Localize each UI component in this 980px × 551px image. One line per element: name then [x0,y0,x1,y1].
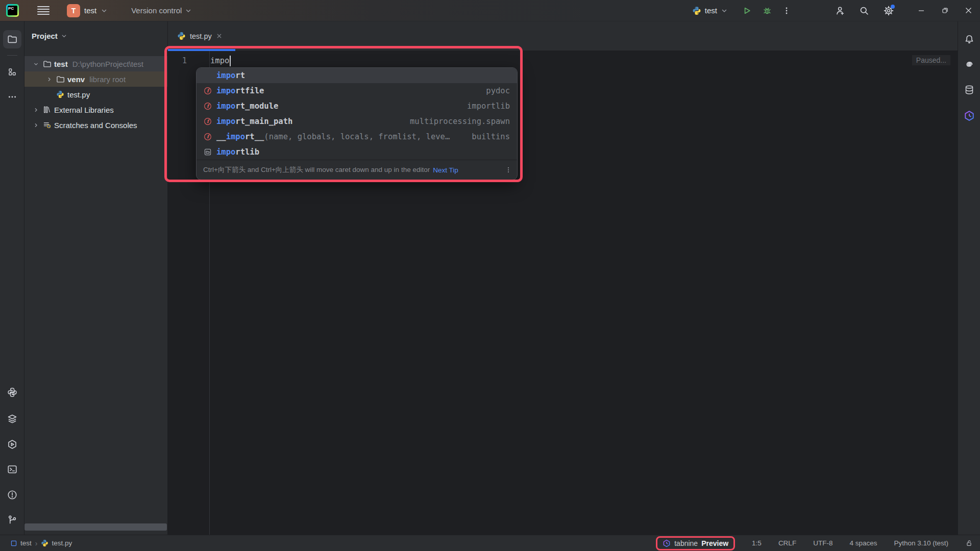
encoding-widget[interactable]: UTF-8 [813,539,832,547]
code-with-me-icon[interactable] [832,3,847,18]
run-tool-button[interactable] [3,435,21,454]
completion-item-importlib[interactable]: importlib [197,144,517,160]
completion-item-import-main-path[interactable]: f import_main_path multiprocessing.spawn [197,114,517,129]
chevron-right-icon[interactable] [45,75,53,83]
tree-label: test [54,60,68,68]
more-actions-icon[interactable] [779,3,794,18]
python-file-icon [56,90,65,99]
chevron-down-icon[interactable] [32,60,40,68]
python-file-icon [177,32,186,40]
editor-area: test.py 1 impo Paused... [168,21,958,535]
breadcrumb-file[interactable]: test.py [41,539,72,547]
tree-row-test-py[interactable]: test.py [24,87,167,102]
notifications-bell-icon[interactable] [962,32,976,46]
tabnine-tool-icon[interactable] [962,109,976,123]
title-bar: PC T test Version control test [0,0,980,21]
tree-row-external-libraries[interactable]: External Libraries [24,102,167,117]
horizontal-scrollbar[interactable] [24,523,167,531]
rail-divider [7,55,17,56]
completion-item-origin: multiprocessing.spawn [400,117,510,126]
settings-notification-dot [891,5,895,9]
close-button[interactable] [957,1,980,21]
database-icon[interactable] [962,83,976,97]
project-tool-button[interactable] [3,30,21,48]
svg-text:f: f [206,134,210,139]
vcs-widget[interactable]: Version control [131,6,192,15]
caret-position-widget[interactable]: 1:5 [752,539,762,547]
ai-assistant-swirl-icon[interactable] [962,57,976,71]
version-control-tool-button[interactable] [3,511,21,529]
chevron-down-icon [61,33,67,39]
tree-row-scratches[interactable]: Scratches and Consoles [24,117,167,133]
project-panel-header[interactable]: Project [24,26,167,46]
breadcrumb-project[interactable]: test [10,539,32,547]
services-layers-tool-button[interactable] [3,410,21,428]
main-area: Project test D:\pythonProject\test venv … [0,21,980,535]
debug-button[interactable] [760,3,775,18]
editor-tab-bar: test.py [168,21,958,51]
tree-label: test.py [67,90,90,99]
more-tool-windows-icon[interactable] [3,88,21,106]
chevron-down-icon [721,7,728,14]
structure-tool-button[interactable] [3,63,21,81]
tree-label: Scratches and Consoles [54,121,137,130]
run-configuration-widget[interactable]: test [692,6,728,15]
main-menu-icon[interactable] [37,6,50,15]
chevron-right-icon[interactable] [32,106,40,114]
completion-item-dunder-import[interactable]: f __import__(name, globals, locals, from… [197,129,517,144]
python-packages-tool-button[interactable] [3,383,21,402]
run-button[interactable] [739,3,754,18]
tabnine-status-widget[interactable]: tabnine Preview [656,536,735,550]
function-icon: f [203,102,212,111]
chevron-down-icon [185,7,192,14]
completion-item-importfile[interactable]: f importfile pydoc [197,83,517,98]
tab-test-py[interactable]: test.py [168,21,230,51]
run-configuration-label: test [705,6,717,15]
project-widget[interactable]: T test [67,4,108,17]
folder-icon [42,59,52,68]
module-icon [10,540,17,547]
tree-row-venv[interactable]: venv library root [24,71,167,87]
tree-label: venv [67,75,85,84]
tree-detail: D:\pythonProject\test [72,60,143,68]
function-icon: f [203,87,212,95]
completion-item-import-module[interactable]: f import_module importlib [197,98,517,114]
svg-text:f: f [206,103,210,109]
tabnine-name: tabnine [674,539,698,547]
problems-tool-button[interactable] [3,486,21,504]
completion-item-import[interactable]: import [197,68,517,83]
settings-gear-icon[interactable] [881,3,896,18]
project-panel: Project test D:\pythonProject\test venv … [24,21,168,535]
tree-row-test-root[interactable]: test D:\pythonProject\test [24,56,167,71]
footer-more-icon[interactable] [505,166,512,173]
minimize-button[interactable] [910,1,933,21]
status-bar: test › test.py tabnine Preview 1:5 CRLF … [0,535,980,551]
pycharm-window: PC T test Version control test [0,0,980,551]
code-text: impo [209,56,229,65]
code-line-1[interactable]: 1 impo [168,54,958,68]
line-number: 1 [168,56,209,65]
python-icon [692,6,701,15]
function-icon: f [203,117,212,126]
project-widget-label: test [84,6,96,15]
chevron-right-icon[interactable] [32,121,40,129]
tab-close-icon[interactable] [216,33,223,39]
libraries-icon [42,105,52,114]
pycharm-logo-icon: PC [6,4,19,17]
project-avatar: T [67,4,80,17]
readonly-lock-icon[interactable] [965,539,973,547]
interpreter-widget[interactable]: Python 3.10 (test) [894,539,948,547]
completion-item-origin: builtins [461,132,510,141]
next-tip-link[interactable]: Next Tip [433,166,458,174]
indent-widget[interactable]: 4 spaces [849,539,877,547]
completion-tip-text: Ctrl+向下箭头 and Ctrl+向上箭头 will move caret … [203,165,430,174]
svg-text:f: f [206,118,210,124]
restore-button[interactable] [933,1,957,21]
line-ending-widget[interactable]: CRLF [778,539,796,547]
terminal-tool-button[interactable] [3,460,21,479]
tabnine-logo-icon [663,539,671,547]
completion-footer: Ctrl+向下箭头 and Ctrl+向上箭头 will move caret … [197,160,517,180]
search-everywhere-icon[interactable] [856,3,872,18]
breadcrumb-separator: › [35,539,38,547]
svg-text:f: f [206,88,210,93]
